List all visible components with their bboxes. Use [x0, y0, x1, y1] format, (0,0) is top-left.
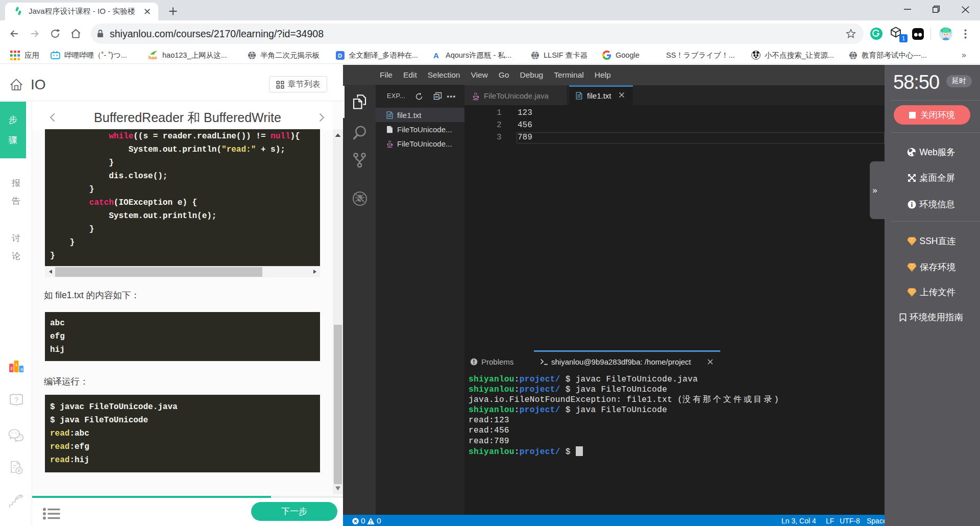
- svg-text:2: 2: [10, 366, 13, 371]
- svg-text:3: 3: [20, 367, 23, 372]
- svg-text:D: D: [338, 53, 342, 59]
- svg-text:1: 1: [15, 363, 17, 367]
- svg-text:hao: hao: [149, 55, 157, 60]
- svg-text:A: A: [433, 51, 439, 60]
- svg-text:?: ?: [14, 396, 18, 404]
